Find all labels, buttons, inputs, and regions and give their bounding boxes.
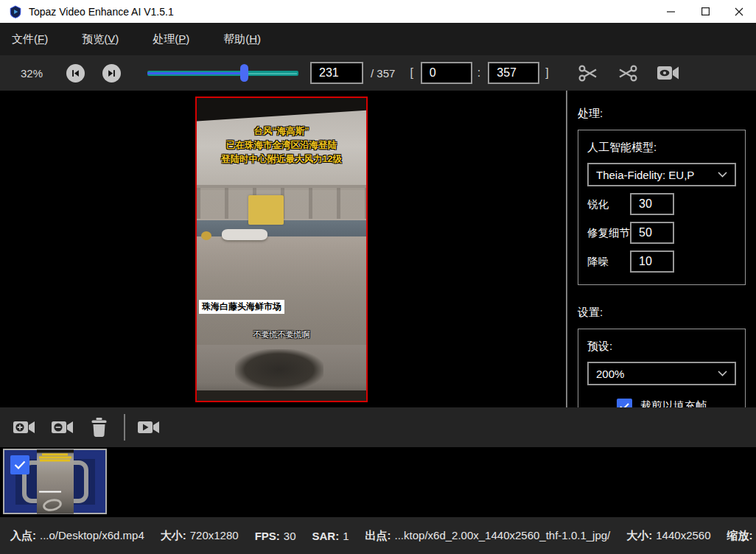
video-location-label: 珠海白藤头海鲜市场 (199, 300, 284, 314)
preset-value: 200% (596, 368, 624, 380)
chevron-down-icon (718, 371, 727, 376)
menu-preview[interactable]: 预览(V) (80, 28, 120, 51)
menu-file[interactable]: 文件(F) (10, 28, 49, 51)
status-bar: 入点:...o/Desktop/x6d.mp4 大小:720x1280 FPS:… (0, 517, 756, 554)
skip-to-end-icon (106, 68, 117, 79)
app-logo-icon (9, 5, 22, 18)
preset-group: 预设: 200% 裁剪以填充帧 (578, 329, 746, 407)
status-scale: 缩放:200% (727, 529, 756, 543)
ai-model-value: Theia-Fidelity: EU,P (596, 169, 694, 181)
add-video-button[interactable] (13, 418, 36, 437)
maximize-button[interactable] (688, 0, 722, 23)
playback-toolbar: 32% / 357 [ : ] (0, 55, 756, 91)
timeline-slider-handle[interactable] (240, 64, 248, 82)
range-close-bracket: ] (545, 66, 548, 80)
camera-minus-icon (51, 418, 74, 437)
menu-help[interactable]: 帮助(H) (222, 28, 262, 51)
minimize-button[interactable] (654, 0, 688, 23)
window-title: Topaz Video Enhance AI V1.5.1 (29, 6, 174, 18)
menu-process[interactable]: 处理(P) (151, 28, 191, 51)
remove-video-button[interactable] (51, 418, 74, 437)
crop-to-fill-row: 裁剪以填充帧 (587, 399, 736, 407)
thumbnail-image (37, 449, 74, 513)
video-preview-crop-region[interactable]: 台风“海高斯” 已在珠海市金湾区沿海登陆 登陆时中心附近最大风力12级 珠海白藤… (195, 97, 368, 402)
chevron-down-icon (718, 172, 727, 178)
scissors-right-icon (617, 63, 639, 83)
range-start-input[interactable] (421, 62, 472, 84)
status-input-size: 大小:720x1280 (161, 529, 239, 543)
video-road-sign (248, 195, 284, 225)
sharpen-label: 锐化 (587, 197, 630, 211)
status-output-size: 大小:1440x2560 (626, 529, 710, 543)
settings-panel: 处理: 人工智能模型: Theia-Fidelity: EU,P 锐化 修复细节… (567, 91, 756, 407)
video-viewer: 台风“海高斯” 已在珠海市金湾区沿海登陆 登陆时中心附近最大风力12级 珠海白藤… (0, 91, 566, 407)
main-area: 台风“海高斯” 已在珠海市金湾区沿海登陆 登陆时中心附近最大风力12级 珠海白藤… (0, 91, 756, 407)
video-list-toolbar (0, 407, 756, 447)
processing-heading: 处理: (578, 107, 746, 121)
video-bottom-edge (197, 390, 366, 401)
denoise-row: 降噪 (587, 250, 736, 273)
ai-model-label: 人工智能模型: (587, 141, 736, 155)
ai-model-group: 人工智能模型: Theia-Fidelity: EU,P 锐化 修复细节 降噪 (578, 130, 746, 285)
menu-bar: 文件(F) 预览(V) 处理(P) 帮助(H) (0, 23, 756, 55)
trim-start-button[interactable] (577, 63, 599, 83)
skip-to-start-button[interactable] (66, 64, 85, 83)
skip-to-start-icon (70, 68, 81, 79)
check-icon (14, 460, 26, 469)
video-thumbnail-selected[interactable] (3, 449, 107, 514)
video-headline-text: 台风“海高斯” 已在珠海市金湾区沿海登陆 登陆时中心附近最大风力12级 (197, 125, 366, 166)
restore-detail-row: 修复细节 (587, 222, 736, 244)
timeline-slider-progress (147, 72, 244, 74)
range-open-bracket: [ (410, 66, 413, 80)
zoom-level-label: 32% (21, 67, 49, 80)
sharpen-row: 锐化 (587, 193, 736, 215)
video-caption-text: 不要慌不要慌啊 (197, 329, 366, 340)
thumbnail-checkbox[interactable] (10, 455, 29, 474)
ai-model-select[interactable]: Theia-Fidelity: EU,P (587, 163, 736, 186)
camera-play-icon (137, 418, 161, 437)
status-fps: FPS:30 (255, 530, 296, 542)
crop-to-fill-label: 裁剪以填充帧 (640, 399, 707, 407)
close-button[interactable] (722, 0, 756, 23)
video-filmstrip (0, 447, 756, 517)
total-frames-label: / 357 (371, 67, 395, 80)
restore-detail-input[interactable] (630, 222, 674, 244)
timeline-slider[interactable] (147, 64, 298, 82)
preset-select[interactable]: 200% (587, 362, 736, 385)
delete-button[interactable] (89, 417, 109, 438)
trim-end-button[interactable] (617, 63, 639, 83)
status-input-path: 入点:...o/Desktop/x6d.mp4 (10, 529, 144, 543)
title-bar: Topaz Video Enhance AI V1.5.1 (0, 0, 756, 23)
settings-heading: 设置: (578, 306, 746, 320)
camera-plus-icon (13, 418, 36, 437)
app-window: Topaz Video Enhance AI V1.5.1 文件(F) 预览(V… (0, 0, 756, 554)
range-end-input[interactable] (488, 62, 539, 84)
camera-eye-icon (657, 64, 679, 82)
trash-icon (89, 417, 109, 438)
restore-detail-label: 修复细节 (587, 226, 630, 240)
range-separator: : (477, 66, 480, 80)
crop-to-fill-checkbox[interactable] (617, 399, 632, 407)
denoise-label: 降噪 (587, 255, 630, 269)
status-output-path: 出点:...ktop/x6d_2.00x_1440x2560_thf-1.0.1… (365, 529, 611, 543)
toolbar-divider (124, 414, 125, 441)
preset-label: 预设: (587, 340, 736, 354)
denoise-input[interactable] (630, 250, 674, 273)
sharpen-input[interactable] (630, 193, 674, 215)
video-dark-silhouette (235, 349, 323, 390)
current-frame-input[interactable] (310, 62, 363, 84)
preview-button[interactable] (657, 64, 679, 82)
skip-to-end-button[interactable] (102, 64, 121, 83)
scissors-left-icon (577, 63, 599, 83)
status-sar: SAR:1 (312, 530, 349, 542)
process-video-button[interactable] (137, 418, 161, 437)
